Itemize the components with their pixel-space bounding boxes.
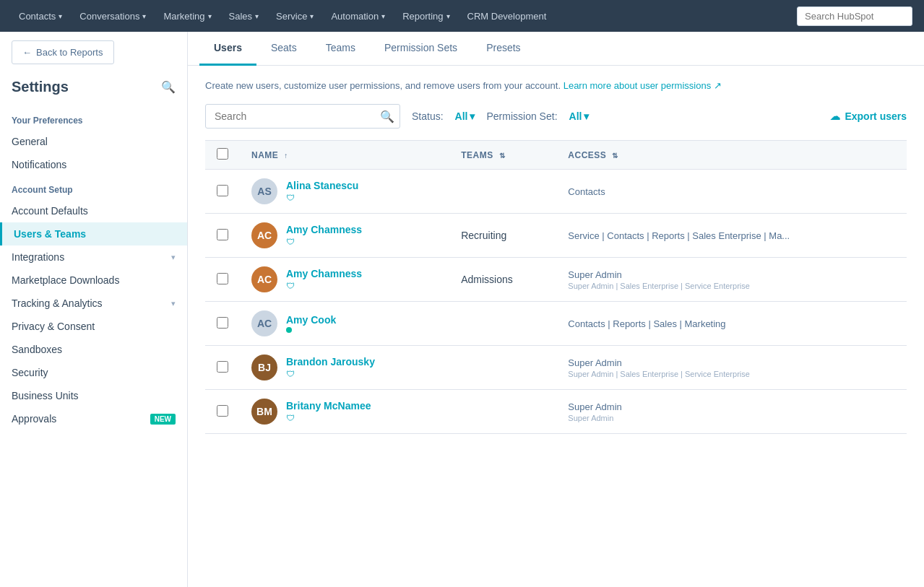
sidebar-header: Settings 🔍 (0, 73, 187, 107)
user-name-link[interactable]: Britany McNamee (286, 400, 371, 412)
teams-cell: Admissions (449, 258, 556, 302)
sidebar-search-icon[interactable]: 🔍 (161, 80, 176, 94)
access-cell: Super AdminSuper Admin (556, 390, 907, 434)
nav-service[interactable]: Service ▾ (269, 6, 321, 26)
chevron-down-icon: ▾ (171, 299, 176, 308)
nav-conversations[interactable]: Conversations ▾ (72, 6, 153, 26)
name-column-header[interactable]: NAME ↑ (240, 141, 449, 170)
sidebar-item-general[interactable]: General (0, 130, 187, 153)
avatar: AC (251, 222, 277, 248)
user-name-link[interactable]: Amy Cook (286, 314, 336, 326)
sidebar-item-security[interactable]: Security (0, 361, 187, 384)
access-text: Contacts (568, 186, 895, 197)
user-info: Amy Cook (286, 314, 336, 333)
chevron-down-icon: ▾ (171, 253, 176, 262)
sort-icon: ⇅ (612, 152, 618, 160)
row-checkbox[interactable] (217, 185, 228, 196)
sidebar-item-approvals[interactable]: Approvals NEW (0, 407, 187, 430)
access-cell: Contacts (556, 170, 907, 214)
shield-wrap: 🛡 (286, 281, 362, 291)
access-text: Contacts | Reports | Sales | Marketing (568, 318, 895, 329)
chevron-down-icon: ▾ (470, 110, 475, 122)
name-cell: AC Amy Chamness 🛡 (251, 266, 438, 292)
access-sub-text: Super Admin (568, 414, 895, 422)
sidebar-item-account-defaults[interactable]: Account Defaults (0, 199, 187, 222)
sidebar-item-tracking-analytics[interactable]: Tracking & Analytics ▾ (0, 292, 187, 315)
row-checkbox[interactable] (217, 317, 228, 329)
access-text: Super Admin (568, 269, 895, 280)
teams-column-header[interactable]: TEAMS ⇅ (449, 141, 556, 170)
tab-seats[interactable]: Seats (256, 32, 311, 66)
permission-label: Permission Set: (486, 110, 557, 122)
user-search-input[interactable] (205, 104, 400, 129)
sort-icon: ⇅ (499, 152, 506, 160)
tab-presets[interactable]: Presets (472, 32, 535, 66)
nav-automation[interactable]: Automation ▾ (324, 6, 392, 26)
name-cell: AS Alina Stanescu 🛡 (251, 178, 438, 204)
sidebar-item-sandboxes[interactable]: Sandboxes (0, 338, 187, 361)
teams-cell (449, 390, 556, 434)
chevron-down-icon: ▾ (255, 12, 259, 20)
nav-reporting[interactable]: Reporting ▾ (395, 6, 457, 26)
sidebar-item-privacy-consent[interactable]: Privacy & Consent (0, 315, 187, 338)
search-wrap: 🔍 (205, 104, 400, 129)
nav-sales[interactable]: Sales ▾ (222, 6, 267, 26)
nav-crm-development[interactable]: CRM Development (460, 6, 554, 26)
learn-more-link[interactable]: Learn more about user permissions ↗ (564, 80, 722, 91)
chevron-down-icon: ▾ (381, 12, 385, 20)
sidebar-item-notifications[interactable]: Notifications (0, 153, 187, 176)
select-all-checkbox[interactable] (217, 148, 228, 160)
table-row: AC Amy Cook Contacts | Reports | Sales |… (205, 302, 907, 346)
access-column-header[interactable]: ACCESS ⇅ (556, 141, 907, 170)
teams-cell: Recruiting (449, 214, 556, 258)
user-info: Amy Chamness 🛡 (286, 268, 362, 291)
avatar: AS (251, 178, 277, 204)
access-cell: Super AdminSuper Admin | Sales Enterpris… (556, 258, 907, 302)
sidebar-item-business-units[interactable]: Business Units (0, 384, 187, 407)
filters-row: 🔍 Status: All ▾ Permission Set: All ▾ ☁ … (205, 104, 907, 129)
shield-wrap: 🛡 (286, 193, 358, 203)
user-name-link[interactable]: Alina Stanescu (286, 180, 358, 191)
sidebar-item-integrations[interactable]: Integrations ▾ (0, 245, 187, 269)
row-checkbox[interactable] (217, 273, 228, 284)
user-info: Alina Stanescu 🛡 (286, 180, 358, 203)
status-dot (286, 327, 292, 333)
new-badge: NEW (150, 414, 176, 425)
row-checkbox[interactable] (217, 405, 228, 417)
user-name-link[interactable]: Amy Chamness (286, 268, 362, 279)
tab-users[interactable]: Users (199, 32, 256, 66)
nav-contacts[interactable]: Contacts ▾ (12, 6, 69, 26)
sidebar: ← Back to Reports Settings 🔍 Your Prefer… (0, 32, 188, 587)
sort-icon: ↑ (284, 152, 288, 160)
export-icon: ☁ (830, 110, 840, 122)
access-text: Service | Contacts | Reports | Sales Ent… (568, 230, 895, 241)
left-arrow-icon: ← (22, 47, 32, 58)
back-to-reports-button[interactable]: ← Back to Reports (12, 40, 114, 64)
tab-teams[interactable]: Teams (311, 32, 370, 66)
status-label: Status: (412, 110, 444, 122)
chevron-down-icon: ▾ (310, 12, 314, 20)
access-text: Super Admin (568, 401, 895, 412)
shield-wrap (286, 327, 336, 333)
permission-filter-dropdown[interactable]: All ▾ (569, 110, 590, 122)
row-checkbox[interactable] (217, 361, 228, 373)
export-users-button[interactable]: ☁ Export users (830, 110, 907, 122)
sidebar-item-users-teams[interactable]: Users & Teams (0, 222, 187, 245)
access-cell: Service | Contacts | Reports | Sales Ent… (556, 214, 907, 258)
global-search-input[interactable] (797, 6, 912, 26)
sidebar-item-marketplace-downloads[interactable]: Marketplace Downloads (0, 269, 187, 292)
nav-marketing[interactable]: Marketing ▾ (156, 6, 218, 26)
chevron-down-icon: ▾ (142, 12, 146, 20)
status-filter-dropdown[interactable]: All ▾ (455, 110, 475, 122)
tab-permission-sets[interactable]: Permission Sets (370, 32, 472, 66)
access-cell: Contacts | Reports | Sales | Marketing (556, 302, 907, 346)
users-table: NAME ↑ TEAMS ⇅ ACCESS ⇅ AS Alina Stanesc… (205, 140, 907, 434)
user-name-link[interactable]: Brandon Jarousky (286, 356, 375, 368)
shield-wrap: 🛡 (286, 369, 375, 379)
user-name-link[interactable]: Amy Chamness (286, 224, 362, 235)
info-bar: Create new users, customize user permiss… (205, 80, 907, 91)
row-checkbox[interactable] (217, 229, 228, 240)
shield-icon: 🛡 (286, 193, 295, 203)
avatar: BM (251, 399, 277, 425)
search-submit-button[interactable]: 🔍 (380, 110, 394, 123)
